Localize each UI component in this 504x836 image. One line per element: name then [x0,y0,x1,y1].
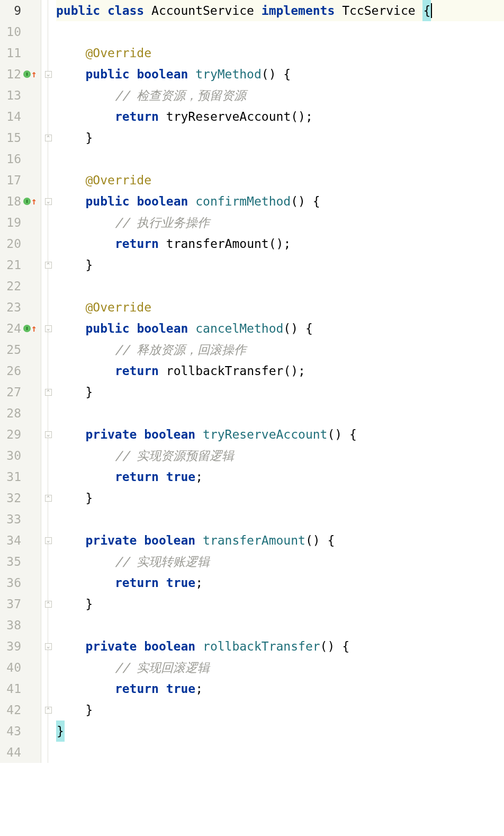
token-mname: cancelMethod [195,318,283,339]
code-line[interactable]: // 实现转账逻辑 [56,551,504,572]
code-line[interactable]: return true; [56,678,504,699]
gutter-row[interactable]: 41 [0,678,41,699]
code-line[interactable]: } [56,381,504,403]
overrides-up-icon[interactable]: ↑ [31,64,37,85]
gutter-row[interactable]: 37 [0,593,41,615]
fold-close-icon[interactable]: ⌃ [45,135,52,141]
line-number: 24 [0,318,22,339]
code-line[interactable]: @Override [56,297,504,318]
implement-marker-icon[interactable]: I [23,198,31,205]
code-line[interactable]: } [56,254,504,275]
line-number: 35 [0,551,22,572]
implement-marker-icon[interactable]: I [23,70,31,78]
code-line[interactable]: return tryReserveAccount(); [56,106,504,127]
overrides-up-icon[interactable]: ↑ [31,191,37,212]
gutter-row[interactable]: 35 [0,551,41,572]
implement-marker-icon[interactable]: I [23,325,31,332]
fold-open-icon[interactable]: ⌄ [45,71,52,78]
code-line[interactable]: return transferAmount(); [56,233,504,254]
token-mname: tryReserveAccount [203,424,327,445]
code-line[interactable]: private boolean tryReserveAccount() { [56,424,504,445]
gutter-row[interactable]: 20 [0,233,41,254]
code-line[interactable]: // 检查资源，预留资源 [56,85,504,106]
gutter-row[interactable]: 28 [0,403,41,424]
gutter-row[interactable]: 40 [0,657,41,678]
gutter-row[interactable]: 39 [0,636,41,657]
code-line[interactable]: // 实现资源预留逻辑 [56,445,504,466]
code-line[interactable]: private boolean transferAmount() { [56,530,504,551]
gutter-row[interactable]: 11 [0,42,41,64]
gutter-row[interactable]: 12I↑ [0,64,41,85]
code-line[interactable]: @Override [56,170,504,191]
code-line[interactable]: } [56,721,504,742]
gutter-row[interactable]: 22 [0,275,41,297]
code-line[interactable]: return true; [56,466,504,487]
code-line[interactable]: public boolean confirmMethod() { [56,191,504,212]
code-line[interactable] [56,21,504,42]
fold-row [41,678,55,699]
code-line[interactable]: // 释放资源，回滚操作 [56,339,504,360]
code-line[interactable]: return rollbackTransfer(); [56,360,504,381]
fold-close-icon[interactable]: ⌃ [45,262,52,269]
gutter-row[interactable]: 10 [0,21,41,42]
code-line[interactable]: // 执行业务操作 [56,212,504,233]
gutter-row[interactable]: 23 [0,297,41,318]
gutter-row[interactable]: 24I↑ [0,318,41,339]
gutter-row[interactable]: 14 [0,106,41,127]
gutter-row[interactable]: 21 [0,254,41,275]
code-line[interactable]: // 实现回滚逻辑 [56,657,504,678]
gutter-row[interactable]: 16 [0,148,41,170]
code-line[interactable] [56,275,504,297]
fold-open-icon[interactable]: ⌄ [45,198,52,205]
code-line[interactable]: public boolean cancelMethod() { [56,318,504,339]
code-line[interactable]: } [56,699,504,721]
gutter-row[interactable]: 38 [0,615,41,636]
code-line[interactable] [56,615,504,636]
fold-close-icon[interactable]: ⌃ [45,495,52,502]
gutter-row[interactable]: 17 [0,170,41,191]
gutter-row[interactable]: 33 [0,509,41,530]
code-line[interactable]: return true; [56,572,504,593]
code-line[interactable]: public boolean tryMethod() { [56,64,504,85]
gutter-row[interactable]: 30 [0,445,41,466]
gutter-row[interactable]: 9 [0,0,41,21]
gutter-row[interactable]: 36 [0,572,41,593]
gutter-row[interactable]: 43 [0,721,41,742]
fold-open-icon[interactable]: ⌄ [45,643,52,650]
code-area[interactable]: public class AccountService implements T… [55,0,504,763]
gutter-row[interactable]: 19 [0,212,41,233]
code-line[interactable]: public class AccountService implements T… [56,0,504,21]
gutter-row[interactable]: 27 [0,381,41,403]
code-line[interactable]: } [56,127,504,148]
fold-close-icon[interactable]: ⌃ [45,601,52,608]
code-line[interactable] [56,403,504,424]
gutter-row[interactable]: 29 [0,424,41,445]
gutter-row[interactable]: 26 [0,360,41,381]
fold-open-icon[interactable]: ⌄ [45,325,52,332]
gutter-row[interactable]: 44 [0,742,41,763]
gutter-row[interactable]: 34 [0,530,41,551]
gutter-row[interactable]: 25 [0,339,41,360]
fold-close-icon[interactable]: ⌃ [45,389,52,396]
code-line[interactable] [56,509,504,530]
gutter-row[interactable]: 42 [0,699,41,721]
line-number: 18 [0,191,22,212]
code-line[interactable] [56,742,504,763]
code-line[interactable]: } [56,487,504,509]
overrides-up-icon[interactable]: ↑ [31,318,37,339]
fold-open-icon[interactable]: ⌄ [45,537,52,544]
code-line[interactable] [56,148,504,170]
code-line[interactable]: private boolean rollbackTransfer() { [56,636,504,657]
fold-row: ⌄ [41,636,55,657]
gutter-row[interactable]: 31 [0,466,41,487]
line-number: 29 [0,424,22,445]
fold-open-icon[interactable]: ⌄ [45,431,52,438]
gutter-row[interactable]: 13 [0,85,41,106]
token-kw: implements [262,0,335,21]
fold-close-icon[interactable]: ⌃ [45,707,52,714]
code-line[interactable]: @Override [56,42,504,64]
gutter-row[interactable]: 15 [0,127,41,148]
code-line[interactable]: } [56,593,504,615]
gutter-row[interactable]: 18I↑ [0,191,41,212]
gutter-row[interactable]: 32 [0,487,41,509]
